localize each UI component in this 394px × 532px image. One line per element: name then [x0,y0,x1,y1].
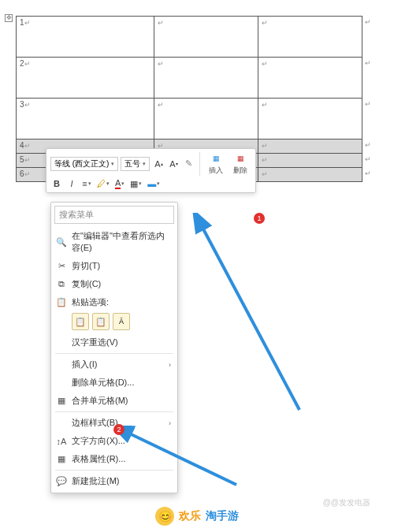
separator [55,411,173,412]
callout-badge-2: 2 [113,424,125,435]
format-painter-button[interactable]: ✎ [182,158,195,170]
menu-item-insert[interactable]: 插入(I) › [51,355,177,374]
table-cell[interactable]: ↵ [154,58,258,99]
menu-item-delete-cells[interactable]: 删除单元格(D)... [51,374,177,392]
shading-button[interactable]: ▬▾ [146,177,162,190]
table-properties-icon: ▦ [56,454,67,465]
highlight-button[interactable]: 🖊▾ [95,177,111,190]
menu-item-paste-options[interactable]: 📋 粘贴选项: [51,293,177,311]
separator [199,152,200,176]
paste-text-only-button[interactable]: Ă [113,313,130,330]
chevron-down-icon: ▾ [143,161,146,167]
table-cell[interactable]: ↵ [154,99,258,140]
chevron-down-icon: ▾ [111,161,114,167]
table-cell[interactable]: 3↵ [17,99,154,140]
svg-line-1 [126,432,236,485]
footer-text-2: 淘手游 [206,509,239,523]
shrink-font-button[interactable]: A▾ [167,158,180,170]
svg-line-0 [201,225,299,410]
table-row[interactable]: 2↵ ↵ ↵↵ [17,58,362,99]
font-name-value: 等线 (西文正文) [54,158,109,169]
bold-button[interactable]: B [50,177,63,190]
paste-options-row: 📋 📋 Ă [51,311,177,333]
menu-item-search-in-editor[interactable]: 🔍 在"编辑器"中查看所选内容(E) [51,227,177,257]
table-cell[interactable]: ↵↵ [258,154,362,168]
paste-keep-source-button[interactable]: 📋 [72,313,89,330]
paste-merge-button[interactable]: 📋 [92,313,110,330]
menu-item-cut[interactable]: ✂ 剪切(T) [51,257,177,275]
align-button[interactable]: ≡▾ [80,177,93,190]
table-cell[interactable]: ↵↵ [258,168,362,182]
merge-icon: ▦ [56,396,67,407]
font-name-select[interactable]: 等线 (西文正文) ▾ [50,157,118,171]
delete-label: 删除 [233,166,247,176]
table-cell[interactable]: ↵ [154,17,258,58]
text-direction-icon: ↕A [56,436,67,447]
menu-item-merge-cells[interactable]: ▦ 合并单元格(M) [51,392,177,410]
italic-button[interactable]: I [65,177,78,190]
scissors-icon: ✂ [56,261,67,272]
callout-arrow-2 [118,426,252,497]
paste-icon: 📋 [56,297,67,308]
footer-logo: 😊 欢乐淘手游 [0,507,394,526]
grow-font-button[interactable]: A▴ [152,158,165,170]
table-cell[interactable]: ↵↵ [258,58,362,99]
separator [55,353,173,354]
search-placeholder: 搜索菜单 [59,210,94,219]
callout-badge-1: 1 [254,213,265,224]
table-delete-icon: ▦ [237,154,244,162]
table-row[interactable]: 1↵ ↵ ↵↵ [17,17,362,58]
table-cell[interactable]: ↵↵ [258,140,362,154]
font-color-button[interactable]: A▾ [113,177,126,190]
smiley-icon: 😊 [155,507,174,526]
table-cell[interactable]: 2↵ [17,58,154,99]
insert-group[interactable]: ▦ 插入 [205,151,227,176]
table-row[interactable]: 3↵ ↵ ↵↵ [17,99,362,140]
table-move-handle[interactable]: ✥ [5,14,13,22]
menu-search-input[interactable]: 搜索菜单 [54,206,174,224]
borders-button[interactable]: ▦▾ [128,177,143,190]
table-cell[interactable]: ↵↵ [258,99,362,140]
comment-icon: 💬 [56,476,67,487]
table-cell[interactable]: ↵↵ [258,17,362,58]
insert-label: 插入 [209,166,223,176]
menu-item-hanzi-reselect[interactable]: 汉字重选(V) [51,333,177,352]
magnifier-icon: 🔍 [56,236,67,247]
table-cell[interactable]: 1↵ [17,17,154,58]
delete-group[interactable]: ▦ 删除 [229,151,251,176]
chevron-right-icon: › [169,361,171,369]
menu-item-copy[interactable]: ⧉ 复制(C) [51,275,177,293]
footer-text-1: 欢乐 [179,509,201,523]
copy-icon: ⧉ [56,279,67,290]
font-size-select[interactable]: 五号 ▾ [121,157,150,171]
font-size-value: 五号 [125,158,140,169]
callout-arrow-1 [189,213,315,418]
table-insert-icon: ▦ [213,154,220,162]
mini-toolbar: 等线 (西文正文) ▾ 五号 ▾ A▴ A▾ ✎ ▦ 插入 ▦ 删除 B I ≡… [46,148,256,193]
